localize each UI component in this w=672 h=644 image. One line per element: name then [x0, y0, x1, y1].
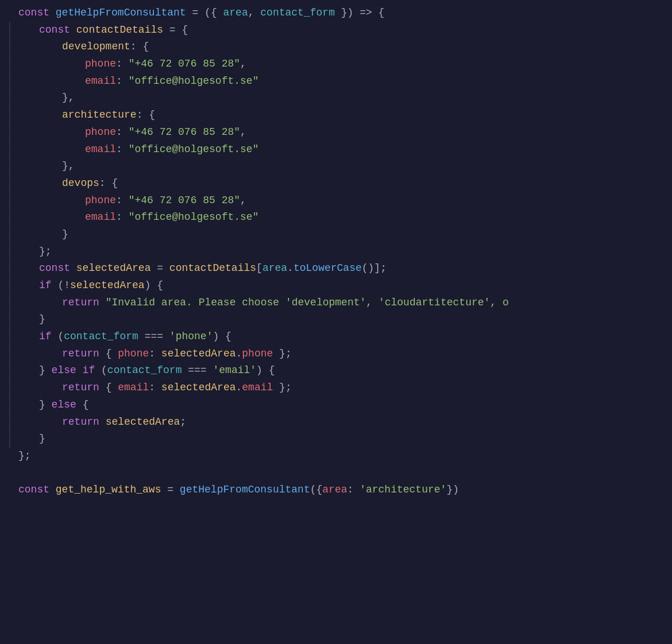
token-plain: . — [235, 379, 242, 396]
token-plain: ) { — [213, 328, 231, 345]
code-line: const get_help_with_aws = getHelpFromCon… — [9, 482, 672, 499]
token-plain: : { — [137, 107, 155, 123]
token-plain: : — [116, 192, 129, 209]
token-plain: : { — [99, 175, 118, 192]
token-var: selectedArea — [76, 260, 151, 277]
token-kw: const — [18, 5, 56, 21]
token-str: "office@holgesoft.se" — [129, 209, 259, 226]
token-plain: : — [116, 56, 129, 72]
token-prop: email — [118, 379, 149, 396]
token-plain: }) — [446, 482, 459, 498]
token-plain: : — [149, 346, 161, 362]
token-fn: getHelpFromConsultant — [56, 5, 186, 21]
token-var: selectedArea — [161, 379, 236, 396]
token-plain: = — [161, 482, 179, 498]
token-cyan: contact_form — [64, 328, 138, 345]
token-str: 'phone' — [169, 328, 213, 345]
token-plain: : — [149, 379, 161, 396]
token-plain: ) => { — [347, 5, 385, 21]
token-cyan: area — [223, 5, 248, 21]
token-plain: ( — [57, 328, 64, 345]
token-plain: : — [347, 482, 360, 498]
token-prop: area — [322, 482, 347, 498]
token-plain: , — [240, 124, 246, 141]
code-line: phone: "+46 72 076 85 28", — [9, 124, 672, 141]
code-line: email: "office@holgesoft.se" — [9, 73, 672, 90]
token-str: "Invalid area. Please choose 'developmen… — [106, 294, 509, 311]
token-var: selectedArea — [70, 277, 145, 294]
code-line: }; — [9, 243, 672, 261]
token-prop: email — [85, 141, 116, 158]
code-line: return "Invalid area. Please choose 'dev… — [9, 294, 672, 312]
token-plain: ( — [101, 362, 107, 379]
code-line: const selectedArea = contactDetails[area… — [9, 260, 672, 277]
token-punc: } — [335, 5, 347, 21]
code-line: phone: "+46 72 076 85 28", — [9, 56, 672, 73]
token-plain: , — [240, 56, 246, 72]
token-cyan: contact_form — [107, 362, 182, 379]
token-str: 'email' — [213, 362, 256, 379]
token-plain: ) { — [145, 277, 163, 294]
token-plain: : — [116, 141, 129, 158]
token-plain: . — [235, 346, 242, 362]
token-plain: { — [106, 379, 118, 396]
code-line: return { phone: selectedArea.phone }; — [9, 346, 672, 363]
token-plain: }; — [18, 448, 31, 464]
code-line: architecture: { — [9, 107, 672, 124]
token-str: "office@holgesoft.se" — [129, 141, 259, 158]
token-str: "office@holgesoft.se" — [129, 73, 259, 90]
token-punc: { — [211, 5, 223, 21]
token-str: 'architecture' — [360, 482, 446, 498]
token-plain: === — [181, 362, 213, 379]
token-prop: email — [85, 209, 116, 226]
code-line: return selectedArea; — [9, 414, 672, 431]
token-plain: { — [106, 346, 118, 362]
token-prop: phone — [85, 56, 116, 72]
token-kw: const — [18, 482, 56, 498]
token-var: contactDetails — [76, 22, 163, 38]
token-kw: const — [39, 260, 76, 277]
token-var: contactDetails — [169, 260, 256, 277]
token-kw: else if — [52, 362, 101, 379]
token-plain: (! — [57, 277, 70, 294]
token-plain: ) { — [256, 362, 275, 379]
token-plain: : — [116, 209, 129, 226]
token-str: "+46 72 076 85 28" — [129, 56, 240, 72]
code-line: phone: "+46 72 076 85 28", — [9, 192, 672, 210]
token-prop: email — [85, 73, 116, 90]
code-line: if (contact_form === 'phone') { — [9, 328, 672, 346]
token-plain: : — [116, 73, 129, 90]
token-var: get_help_with_aws — [56, 482, 161, 498]
code-line: } else { — [9, 397, 672, 414]
code-line: if (!selectedArea) { — [9, 277, 672, 294]
token-kw: if — [39, 328, 57, 345]
token-prop: phone — [85, 192, 116, 209]
code-line: email: "office@holgesoft.se" — [9, 141, 672, 158]
token-prop: phone — [118, 346, 149, 362]
token-kw: else — [52, 397, 83, 413]
token-plain: }; — [273, 346, 291, 362]
token-obj-key: devops — [62, 175, 99, 192]
token-punc: , — [248, 5, 261, 21]
token-method: toLowerCase — [293, 260, 362, 277]
token-fn: getHelpFromConsultant — [180, 482, 310, 498]
code-line: }, — [9, 158, 672, 175]
token-kw: return — [62, 294, 106, 311]
token-prop: phone — [242, 346, 273, 362]
code-line: email: "office@holgesoft.se" — [9, 209, 672, 226]
token-plain: ()]; — [362, 260, 387, 277]
code-line: development: { — [9, 38, 672, 56]
token-var: selectedArea — [161, 346, 236, 362]
token-plain: { — [83, 397, 89, 413]
token-kw: if — [39, 277, 57, 294]
code-line: } — [9, 226, 672, 243]
code-line: const getHelpFromConsultant = ({ area, c… — [9, 5, 672, 22]
token-plain: = — [150, 260, 169, 277]
token-plain: . — [287, 260, 293, 277]
code-line: } else if (contact_form === 'email') { — [9, 362, 672, 379]
token-plain: } — [39, 430, 45, 447]
token-plain: [ — [256, 260, 262, 277]
token-plain: ; — [180, 414, 186, 430]
token-plain: === — [138, 328, 169, 345]
token-plain: = { — [163, 22, 188, 38]
